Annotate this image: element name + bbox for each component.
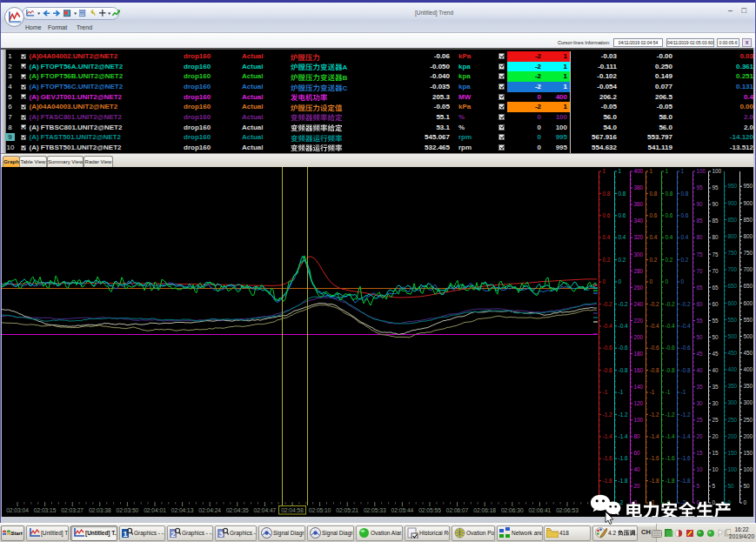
svg-text:02:05:10: 02:05:10 <box>309 507 331 513</box>
svg-text:25: 25 <box>713 417 719 423</box>
svg-text:60: 60 <box>634 450 641 456</box>
svg-text:02:04:58: 02:04:58 <box>281 507 304 513</box>
svg-text:40: 40 <box>697 367 704 373</box>
svg-text:50: 50 <box>728 483 735 489</box>
svg-text:180: 180 <box>634 351 644 357</box>
svg-text:-0.6: -0.6 <box>619 345 628 351</box>
svg-text:-0.6: -0.6 <box>603 345 612 351</box>
svg-text:400: 400 <box>634 168 644 174</box>
svg-text:600: 600 <box>744 300 753 306</box>
svg-text:-0.4: -0.4 <box>603 323 612 329</box>
svg-text:0.4: 0.4 <box>603 234 611 240</box>
svg-text:450: 450 <box>728 350 738 356</box>
svg-text:80: 80 <box>634 433 641 439</box>
svg-text:95: 95 <box>713 184 719 191</box>
svg-text:100: 100 <box>728 466 738 472</box>
svg-text:-1: -1 <box>666 389 671 395</box>
svg-text:250: 250 <box>728 417 738 423</box>
svg-text:0: 0 <box>681 278 685 284</box>
svg-text:0.6: 0.6 <box>666 212 673 218</box>
svg-text:1: 1 <box>619 168 622 174</box>
svg-text:02:04:24: 02:04:24 <box>198 507 221 513</box>
svg-text:140: 140 <box>634 384 644 390</box>
svg-text:5: 5 <box>713 483 716 489</box>
svg-text:80: 80 <box>713 234 719 240</box>
svg-text:200: 200 <box>634 334 644 340</box>
svg-text:70: 70 <box>713 268 719 274</box>
svg-text:95: 95 <box>697 184 704 191</box>
svg-text:0.4: 0.4 <box>619 234 626 240</box>
svg-text:300: 300 <box>634 251 644 258</box>
svg-text:220: 220 <box>634 318 644 324</box>
svg-text:-0.6: -0.6 <box>681 345 691 351</box>
svg-text:B: B <box>343 74 348 82</box>
svg-text:50: 50 <box>697 334 704 340</box>
svg-text:45: 45 <box>697 351 704 357</box>
svg-text:02:06:07: 02:06:07 <box>446 507 469 513</box>
svg-text:240: 240 <box>634 301 644 307</box>
svg-text:30: 30 <box>697 400 704 406</box>
svg-text:20: 20 <box>634 483 641 489</box>
svg-text:700: 700 <box>728 266 738 272</box>
svg-text:-1.4: -1.4 <box>681 433 691 439</box>
svg-text:900: 900 <box>728 200 738 206</box>
svg-text:C: C <box>343 84 348 92</box>
svg-text:10: 10 <box>713 466 719 472</box>
svg-text:0: 0 <box>619 278 622 284</box>
svg-text:0.6: 0.6 <box>603 212 611 218</box>
svg-text:2: 2 <box>171 530 175 539</box>
svg-text:A: A <box>343 64 348 72</box>
svg-text:0.8: 0.8 <box>666 191 673 197</box>
svg-text:-1.2: -1.2 <box>650 412 659 418</box>
svg-text:02:05:21: 02:05:21 <box>336 507 358 513</box>
svg-text:-0.8: -0.8 <box>681 367 691 373</box>
svg-text:550: 550 <box>744 317 753 323</box>
svg-text:-0.4: -0.4 <box>619 323 628 329</box>
svg-text:-0.8: -0.8 <box>603 367 612 373</box>
svg-text:02:04:13: 02:04:13 <box>171 507 194 513</box>
svg-text:-1.4: -1.4 <box>619 433 628 439</box>
svg-text:02:05:33: 02:05:33 <box>364 507 386 513</box>
svg-text:120: 120 <box>634 400 644 406</box>
svg-text:-1.4: -1.4 <box>666 433 675 439</box>
svg-text:950: 950 <box>728 183 738 189</box>
svg-text:100: 100 <box>744 466 753 472</box>
svg-text:250: 250 <box>744 417 753 423</box>
svg-text:0.6: 0.6 <box>650 212 658 218</box>
svg-text:80: 80 <box>697 234 704 240</box>
svg-text:0.2: 0.2 <box>603 257 611 263</box>
svg-text:15: 15 <box>697 450 704 456</box>
svg-text:-0.4: -0.4 <box>666 323 675 329</box>
svg-text:200: 200 <box>728 433 738 439</box>
svg-text:-0.2: -0.2 <box>681 301 691 307</box>
svg-text:-1.4: -1.4 <box>603 433 612 439</box>
svg-text:25: 25 <box>697 417 704 423</box>
svg-text:950: 950 <box>744 183 753 189</box>
svg-text:02:06:30: 02:06:30 <box>501 507 524 513</box>
svg-text:75: 75 <box>697 251 704 258</box>
svg-text:-0.4: -0.4 <box>681 323 691 329</box>
svg-text:1: 1 <box>603 168 606 174</box>
svg-text:35: 35 <box>713 384 719 390</box>
svg-text:800: 800 <box>728 233 738 239</box>
svg-text:0.4: 0.4 <box>650 234 658 240</box>
svg-text:-1.2: -1.2 <box>619 412 628 418</box>
svg-text:-0.8: -0.8 <box>650 367 659 373</box>
svg-text:02:06:41: 02:06:41 <box>529 507 552 513</box>
svg-text:200: 200 <box>744 433 753 439</box>
svg-text:45: 45 <box>713 351 719 357</box>
svg-text:50: 50 <box>744 483 751 489</box>
svg-text:40: 40 <box>713 367 719 373</box>
svg-text:0.4: 0.4 <box>666 234 673 240</box>
svg-text:55: 55 <box>697 318 704 324</box>
svg-text:0: 0 <box>603 278 606 284</box>
svg-text:02:03:38: 02:03:38 <box>89 507 111 513</box>
svg-text:500: 500 <box>744 333 753 339</box>
svg-text:100: 100 <box>713 168 722 174</box>
svg-text:15: 15 <box>713 450 719 456</box>
svg-text:900: 900 <box>744 200 753 206</box>
svg-text:450: 450 <box>744 350 753 356</box>
svg-text:-1.8: -1.8 <box>603 478 612 484</box>
svg-text:0.2: 0.2 <box>650 257 658 263</box>
svg-text:260: 260 <box>634 284 644 291</box>
